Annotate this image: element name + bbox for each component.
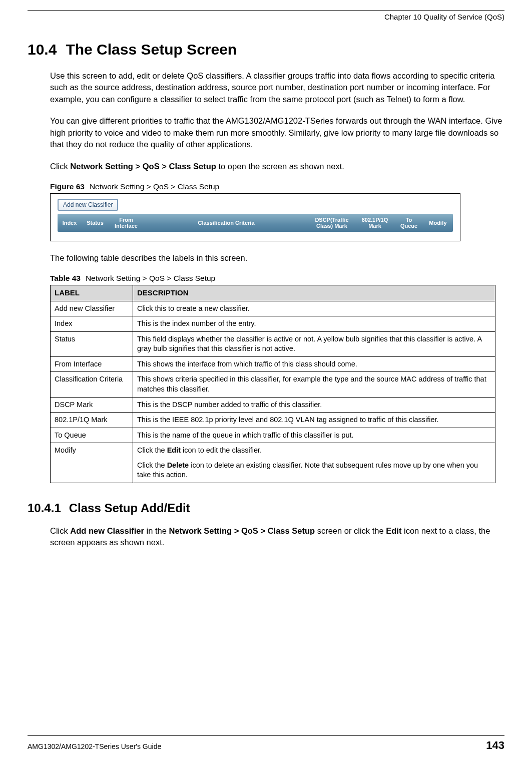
section-number: 10.4 [28,41,57,58]
modify-delete-bold: Delete [167,461,189,469]
click-suffix: to open the screen as shown next. [216,162,344,171]
col-modify: Modify [423,220,453,226]
table-header-label: LABEL [51,285,133,301]
click-prefix: Click [50,162,70,171]
modify-text: icon to edit the classifier. [181,446,262,454]
figure-number: Figure 63 [50,182,85,191]
col-from-interface: From Interface [109,217,144,229]
section-paragraph-2: You can give different priorities to tra… [50,115,504,150]
sub-text: screen or click the [315,526,386,535]
row-label: Add new Classifier [51,301,133,316]
click-path: Network Setting > QoS > Class Setup [70,162,216,171]
table-row: DSCP Mark This is the DSCP number added … [51,397,495,413]
sub-text: Click [50,526,70,535]
row-label: Index [51,316,133,332]
row-desc: Click the Edit icon to edit the classifi… [133,443,495,483]
row-desc: This shows the interface from which traf… [133,356,495,372]
row-desc: This is the name of the queue in which t… [133,428,495,443]
sub-bold: Network Setting > QoS > Class Setup [169,526,315,535]
table-header-description: DESCRIPTION [133,285,495,301]
table-number: Table 43 [50,274,81,282]
section-title-text: The Class Setup Screen [66,41,237,58]
modify-text: icon to delete an existing classifier. N… [137,461,478,479]
table-row: Modify Click the Edit icon to edit the c… [51,443,495,483]
modify-edit-bold: Edit [167,446,181,454]
description-table: LABEL DESCRIPTION Add new Classifier Cli… [50,285,495,483]
subsection-title-text: Class Setup Add/Edit [69,501,190,515]
footer-guide-title: AMG1302/AMG1202-TSeries User's Guide [28,742,161,750]
subsection-paragraph: Click Add new Classifier in the Network … [50,525,504,549]
row-desc: This is the index number of the entry. [133,316,495,332]
sub-text: in the [144,526,169,535]
table-row: To Queue This is the name of the queue i… [51,428,495,443]
table-row: 802.1P/1Q Mark This is the IEEE 802.1p p… [51,413,495,428]
row-desc: This is the IEEE 802.1p priority level a… [133,413,495,428]
subsection-heading: 10.4.1Class Setup Add/Edit [28,501,504,515]
table-row: Status This field displays whether the c… [51,331,495,356]
add-new-classifier-button[interactable]: Add new Classifier [58,199,118,211]
figure-screenshot: Add new Classifier Index Status From Int… [50,193,460,241]
table-row: Add new Classifier Click this to create … [51,301,495,316]
row-label: From Interface [51,356,133,372]
footer-page-number: 143 [486,739,504,752]
table-caption: Table 43Network Setting > QoS > Class Se… [50,274,504,283]
modify-text: Click the [137,461,167,469]
section-paragraph-1: Use this screen to add, edit or delete Q… [50,70,504,105]
figure-caption-text: Network Setting > QoS > Class Setup [90,182,219,191]
chapter-header: Chapter 10 Quality of Service (QoS) [28,13,504,21]
row-desc: Click this to create a new classifier. [133,301,495,316]
row-label: 802.1P/1Q Mark [51,413,133,428]
row-label: Status [51,331,133,356]
row-label: DSCP Mark [51,397,133,413]
table-header-bar: Index Status From Interface Classificati… [58,214,453,232]
col-status: Status [82,220,109,226]
row-label: Classification Criteria [51,372,133,397]
row-label: To Queue [51,428,133,443]
table-row: Index This is the index number of the en… [51,316,495,332]
subsection-number: 10.4.1 [28,501,61,515]
table-row: From Interface This shows the interface … [51,356,495,372]
sub-bold: Add new Classifier [70,526,144,535]
sub-bold: Edit [386,526,401,535]
table-intro: The following table describes the labels… [50,252,504,264]
col-classification-criteria: Classification Criteria [144,220,309,226]
table-caption-text: Network Setting > QoS > Class Setup [86,274,215,282]
row-desc: This is the DSCP number added to traffic… [133,397,495,413]
modify-text: Click the [137,446,167,454]
figure-caption: Figure 63Network Setting > QoS > Class S… [50,182,504,191]
col-to-queue: To Queue [395,217,423,229]
section-heading: 10.4The Class Setup Screen [28,41,504,58]
row-desc: This field displays whether the classifi… [133,331,495,356]
table-row: Classification Criteria This shows crite… [51,372,495,397]
row-label: Modify [51,443,133,483]
row-desc: This shows criteria specified in this cl… [133,372,495,397]
col-dscp-mark: DSCP(Traffic Class) Mark [309,217,355,229]
col-index: Index [58,220,82,226]
col-8021-mark: 802.1P/1Q Mark [355,217,395,229]
section-click-instruction: Click Network Setting > QoS > Class Setu… [50,161,504,172]
